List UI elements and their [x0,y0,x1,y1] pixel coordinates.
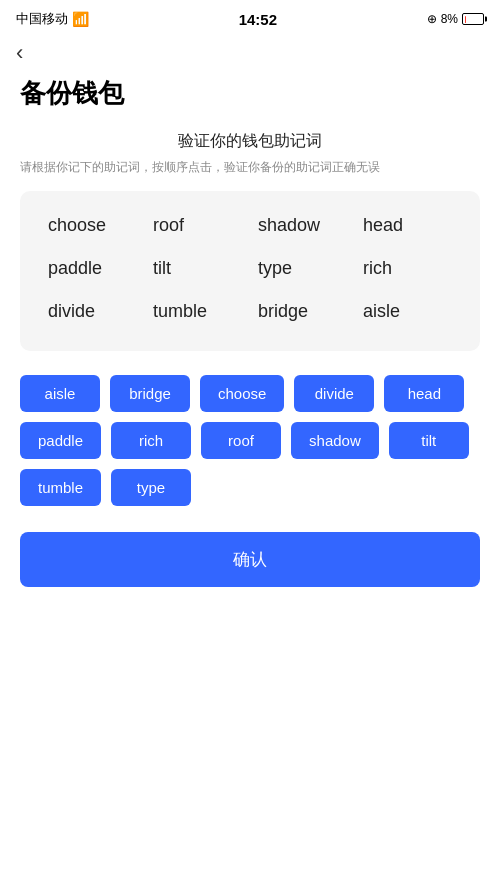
word-select-button[interactable]: tilt [389,422,469,459]
word-display-slot: tumble [145,297,250,326]
wifi-icon: 📶 [72,11,89,27]
word-display-slot: shadow [250,211,355,240]
word-display-slot: type [250,254,355,283]
word-display-grid: chooseroofshadowheadpaddletilttyperichdi… [40,211,460,326]
word-display-slot: rich [355,254,460,283]
word-select-button[interactable]: head [384,375,464,412]
back-button[interactable]: ‹ [0,34,500,68]
battery-box [462,13,484,25]
section-header: 验证你的钱包助记词 [0,131,500,152]
word-display-slot: divide [40,297,145,326]
battery-percent: 8% [441,12,458,26]
word-select-button[interactable]: paddle [20,422,101,459]
section-title: 验证你的钱包助记词 [0,131,500,152]
section-desc: 请根据你记下的助记词，按顺序点击，验证你备份的助记词正确无误 [0,158,500,177]
word-display-slot: choose [40,211,145,240]
word-select-button[interactable]: tumble [20,469,101,506]
time-label: 14:52 [239,11,277,28]
back-arrow-icon: ‹ [16,40,23,65]
battery-container [462,13,484,25]
word-select-button[interactable]: divide [294,375,374,412]
battery-icon: ⊕ [427,12,437,26]
word-select-button[interactable]: shadow [291,422,379,459]
word-buttons-area: aislebridgechoosedivideheadpaddlerichroo… [0,371,500,522]
status-bar: 中国移动 📶 14:52 ⊕ 8% [0,0,500,34]
word-select-button[interactable]: rich [111,422,191,459]
status-right: ⊕ 8% [427,12,484,26]
word-select-button[interactable]: aisle [20,375,100,412]
word-display-area: chooseroofshadowheadpaddletilttyperichdi… [20,191,480,351]
word-select-button[interactable]: bridge [110,375,190,412]
word-display-slot: bridge [250,297,355,326]
word-display-slot: paddle [40,254,145,283]
page-title: 备份钱包 [0,68,500,131]
word-display-slot: tilt [145,254,250,283]
word-display-slot: head [355,211,460,240]
battery-fill [465,16,466,23]
confirm-btn-wrap: 确认 [0,522,500,607]
word-select-button[interactable]: roof [201,422,281,459]
word-select-button[interactable]: type [111,469,191,506]
word-select-button[interactable]: choose [200,375,284,412]
word-display-slot: aisle [355,297,460,326]
carrier-label: 中国移动 [16,10,68,28]
confirm-button[interactable]: 确认 [20,532,480,587]
status-left: 中国移动 📶 [16,10,89,28]
word-display-slot: roof [145,211,250,240]
